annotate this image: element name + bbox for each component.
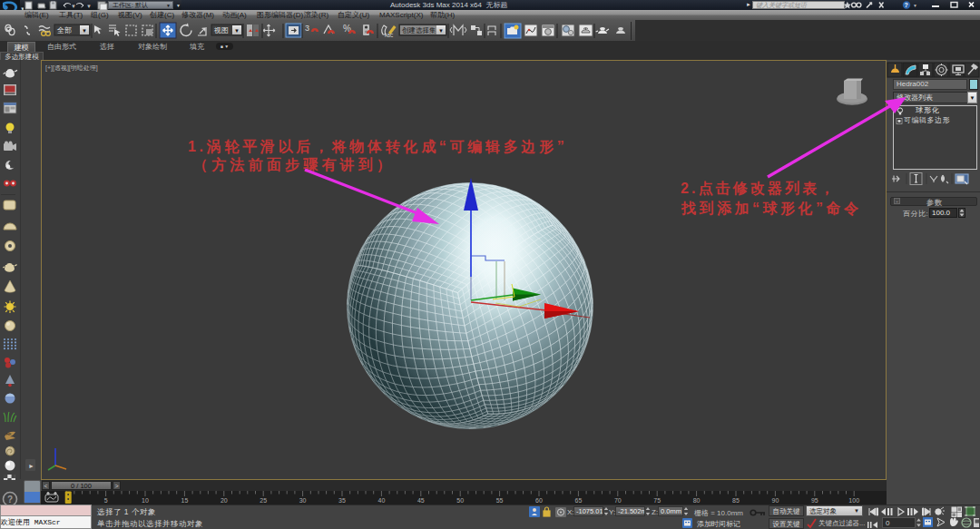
svg-text:▼: ▼ [82,28,87,34]
svg-text:45: 45 [417,497,425,504]
svg-text:95: 95 [811,497,818,504]
svg-text:25: 25 [260,497,267,504]
svg-text:55: 55 [496,497,504,504]
svg-text:►: ► [28,463,34,469]
svg-text:50: 50 [456,497,464,504]
svg-text:视图: 视图 [213,26,229,34]
svg-text:70: 70 [614,497,622,504]
svg-text:▼: ▼ [438,28,444,34]
svg-text:30: 30 [299,497,307,504]
svg-text:35: 35 [338,497,346,504]
svg-text:全部: 全部 [57,26,72,34]
svg-text:▼: ▼ [913,3,917,8]
svg-text:85: 85 [732,497,740,504]
svg-text:▼: ▼ [234,28,240,34]
svg-text:ABC: ABC [385,34,394,38]
svg-text:20: 20 [220,497,228,504]
svg-text:▼: ▼ [71,4,76,9]
svg-text:80: 80 [693,497,701,504]
svg-text:?: ? [905,2,908,8]
svg-text:▼: ▼ [86,4,92,9]
svg-text:HF: HF [6,432,12,436]
svg-text:100: 100 [848,497,859,504]
svg-text:90: 90 [772,497,779,504]
svg-text:75: 75 [653,497,661,504]
svg-text:3: 3 [305,24,309,33]
svg-text:5: 5 [104,497,108,504]
svg-text:40: 40 [378,497,386,504]
svg-text:?: ? [7,495,13,505]
svg-text:15: 15 [181,497,189,504]
svg-text:65: 65 [575,497,583,504]
svg-text:10: 10 [142,497,149,504]
svg-text:创建选择集: 创建选择集 [402,26,436,34]
svg-text:60: 60 [535,497,543,504]
